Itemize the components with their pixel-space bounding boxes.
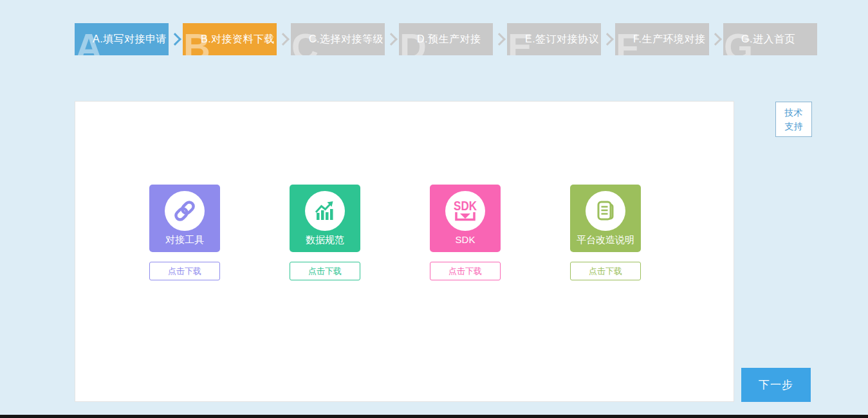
step-label: A.填写对接申请 [93, 33, 167, 46]
chevron-right-icon [601, 33, 614, 46]
chevron-right-icon [385, 33, 398, 46]
card-title: SDK [456, 234, 476, 245]
step-label: B.对接资料下载 [201, 33, 275, 46]
step-label: F.生产环境对接 [633, 33, 705, 46]
step-enter-home[interactable]: G G.进入首页 [723, 23, 817, 55]
step-separator [169, 35, 183, 44]
onboarding-stepper: A A.填写对接申请 B B.对接资料下载 C C.选择对接等级 D D.预生产… [75, 23, 817, 55]
chevron-right-icon [277, 33, 290, 46]
step-separator [385, 35, 399, 44]
sdk-icon-text: SDK [454, 199, 477, 212]
tech-support-link[interactable]: 技术 支持 [775, 102, 812, 137]
tech-support-line1: 技术 [785, 106, 803, 120]
chain-link-icon [165, 191, 205, 231]
step-separator [277, 35, 291, 44]
sdk-download-icon: SDK [445, 191, 485, 231]
tech-support-line2: 支持 [785, 120, 803, 133]
step-production-env[interactable]: F F.生产环境对接 [615, 23, 709, 55]
documents-icon [586, 191, 625, 231]
step-select-level[interactable]: C C.选择对接等级 [291, 23, 385, 55]
download-button-docking-tools[interactable]: 点击下载 [149, 262, 220, 280]
chevron-right-icon [493, 33, 506, 46]
bar-chart-icon [305, 191, 345, 231]
card-platform-notes: 平台改造说明 [570, 185, 641, 252]
step-sign-agreement[interactable]: E E.签订对接协议 [507, 23, 601, 55]
download-button-platform-notes[interactable]: 点击下载 [570, 262, 641, 280]
next-step-button[interactable]: 下一步 [741, 368, 811, 402]
step-label: G.进入首页 [741, 33, 795, 46]
taskbar-strip [0, 415, 868, 418]
step-pre-production[interactable]: D D.预生产对接 [399, 23, 493, 55]
step-separator [709, 35, 723, 44]
step-download-materials[interactable]: B B.对接资料下载 [183, 23, 277, 55]
card-data-spec: 数据规范 [290, 185, 360, 252]
download-button-data-spec[interactable]: 点击下载 [290, 262, 360, 280]
step-label: E.签订对接协议 [525, 33, 599, 46]
step-label: D.预生产对接 [417, 33, 481, 46]
step-separator [601, 35, 615, 44]
card-title: 数据规范 [306, 234, 344, 246]
download-button-sdk[interactable]: 点击下载 [430, 262, 501, 280]
step-fill-application[interactable]: A A.填写对接申请 [75, 23, 169, 55]
card-sdk: SDK SDK [430, 185, 501, 252]
step-label: C.选择对接等级 [309, 33, 383, 46]
card-title: 对接工具 [165, 234, 204, 246]
download-cards: 对接工具 点击下载 数据规范 点击下载 [149, 185, 641, 280]
chevron-right-icon [169, 33, 181, 46]
card-title: 平台改造说明 [577, 234, 634, 246]
card-docking-tools: 对接工具 [149, 185, 220, 252]
step-separator [493, 35, 507, 44]
chevron-right-icon [709, 33, 722, 46]
